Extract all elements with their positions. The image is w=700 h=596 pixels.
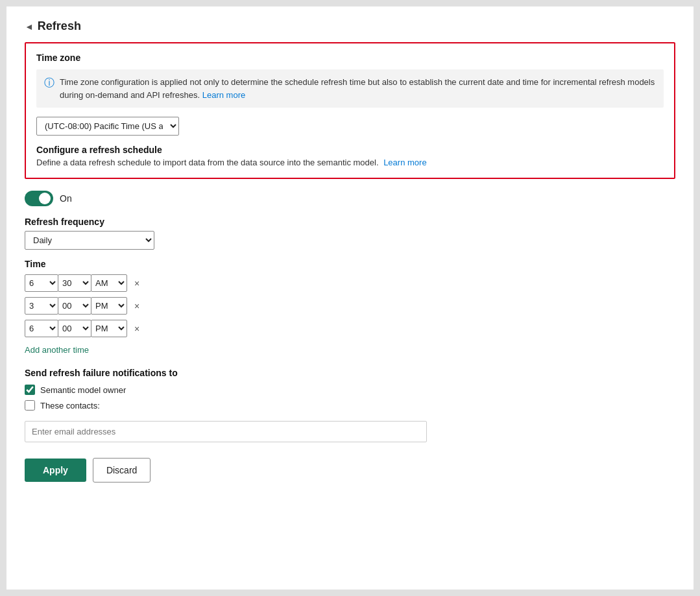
info-text: Time zone configuration is applied not o… [60,76,656,101]
add-another-time-link[interactable]: Add another time [25,345,89,355]
checkbox-row-1: Semantic model owner [25,385,675,395]
timezone-label: Time zone [36,53,664,63]
info-text-content: Time zone configuration is applied not o… [60,77,655,100]
time-1-hour[interactable]: 6 [25,274,58,292]
toggle-label: On [60,193,72,204]
time-2-hour[interactable]: 3 [25,297,58,315]
time-3-remove-button[interactable]: × [132,321,142,337]
info-icon: ⓘ [44,77,54,90]
configure-desc-text: Define a data refresh schedule to import… [36,158,379,167]
arrow-icon: ◄ [25,21,34,32]
toggle-switch[interactable] [25,191,53,206]
button-row: Apply Discard [25,458,675,483]
time-2-minute[interactable]: 00 [58,297,91,315]
page-container: ◄ Refresh Time zone ⓘ Time zone configur… [6,6,694,590]
time-3-ampm[interactable]: PM [91,320,127,337]
refresh-frequency-label: Refresh frequency [25,217,675,227]
time-1-minute[interactable]: 30 [58,274,91,292]
learn-more-link-2[interactable]: Learn more [383,158,426,167]
time-1-remove-button[interactable]: × [132,276,142,291]
time-2-ampm[interactable]: PM [91,297,127,315]
toggle-row: On [25,191,675,206]
time-1-ampm[interactable]: AM [91,274,127,292]
time-row-1: 6 30 AM × [25,274,675,292]
info-box: ⓘ Time zone configuration is applied not… [36,69,664,108]
checkbox-row-2: These contacts: [25,400,675,411]
notifications-label: Send refresh failure notifications to [25,368,675,378]
time-3-minute[interactable]: 00 [58,320,91,337]
time-label: Time [25,259,675,269]
configure-desc: Define a data refresh schedule to import… [36,158,664,167]
time-row-3: 6 00 PM × [25,320,675,337]
frequency-select[interactable]: Daily [25,231,154,250]
toggle-slider [25,191,53,206]
learn-more-link-1[interactable]: Learn more [202,90,245,100]
semantic-owner-label: Semantic model owner [40,385,126,395]
contacts-label: These contacts: [40,401,100,411]
page-title-text: Refresh [38,19,81,33]
configure-title: Configure a refresh schedule [36,145,664,155]
time-3-hour[interactable]: 6 [25,320,58,337]
timezone-configure-section: Time zone ⓘ Time zone configuration is a… [25,42,675,179]
page-title: ◄ Refresh [25,19,675,33]
contacts-checkbox[interactable] [25,400,35,411]
timezone-select[interactable]: (UTC-08:00) Pacific Time (US and Can [36,117,179,136]
discard-button[interactable]: Discard [93,458,151,483]
apply-button[interactable]: Apply [25,459,86,482]
time-row-2: 3 00 PM × [25,297,675,315]
time-2-remove-button[interactable]: × [132,298,142,314]
email-input[interactable] [25,421,427,442]
semantic-owner-checkbox[interactable] [25,385,35,395]
